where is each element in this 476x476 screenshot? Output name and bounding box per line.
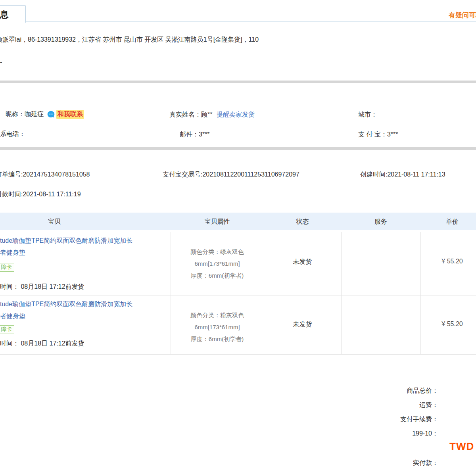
wangwang-icon[interactable] — [47, 110, 55, 119]
contact-me-badge[interactable]: 和我联系 — [56, 110, 84, 119]
table-grid-line — [341, 232, 342, 354]
section-divider — [0, 81, 476, 83]
pay-time: 付款时间:2021-08-11 17:11:19 — [0, 190, 81, 199]
col-header-attributes: 宝贝属性 — [171, 218, 264, 226]
buyer-nickname-row: 昵称：咖延症 和我联系 — [6, 109, 84, 119]
actual-paid-label: 实付款： — [413, 459, 438, 467]
guarantee-tag: 障卡 — [0, 325, 14, 334]
table-grid-line — [0, 296, 476, 296]
guarantee-tag: 障卡 — [0, 263, 14, 272]
shipping-fee-label: 运费： — [419, 401, 438, 409]
table-grid-line — [0, 354, 476, 355]
realname-row: 真实姓名：顾** 提醒卖家发货 — [169, 111, 255, 119]
nickname-label: 昵称： — [6, 110, 25, 119]
table-grid-line — [171, 232, 171, 354]
product-title-link[interactable]: tude瑜伽垫TPE简约双面双色耐磨防滑加宽加长 — [0, 237, 132, 245]
ship-deadline: 时间： 08月18日 17:12前发货 — [0, 340, 84, 348]
product-title-link[interactable]: 者健身垫 — [0, 312, 25, 321]
ship-deadline: 时间： 08月18日 17:12前发货 — [0, 283, 84, 291]
attr-thickness: 厚度：6mm(初学者) — [175, 270, 260, 282]
table-grid-line — [264, 232, 264, 354]
realname-label: 真实姓名： — [169, 111, 201, 118]
payment-fee-label: 支付手续费： — [400, 415, 438, 424]
attr-color: 颜色分类：粉灰双色 — [175, 309, 260, 321]
item-attributes: 颜色分类：绿灰双色 6mm[173*61mm] 厚度：6mm(初学者) — [175, 246, 260, 282]
create-time: 创建时间:2021-08-11 17:11:13 — [360, 171, 445, 179]
attr-size: 6mm[173*61mm] — [175, 258, 260, 270]
email-row: 邮件：3*** — [180, 131, 210, 139]
shipping-address: 领派翠lai，86-13391319932，江苏省 苏州市 昆山市 开发区 吴淞… — [0, 36, 259, 44]
tab-bar-underline — [0, 21, 476, 22]
alipay-trade-number: 支付宝交易号:2021081122001112531106972097 — [163, 171, 299, 179]
section-divider — [0, 147, 476, 150]
help-link[interactable]: 有疑问可联 — [449, 11, 476, 20]
col-header-price: 单价 — [420, 218, 476, 226]
item-attributes: 颜色分类：粉灰双色 6mm[173*61mm] 厚度：6mm(初学者) — [175, 309, 260, 345]
item-status: 未发货 — [264, 258, 341, 266]
product-title-link[interactable]: tude瑜伽垫TPE简约双面双色耐磨防滑加宽加长 — [0, 300, 132, 309]
meta-divider — [0, 183, 149, 183]
col-header-status: 状态 — [264, 218, 341, 226]
alipay-value: 3*** — [387, 131, 398, 138]
discount-label: 199-10： — [412, 430, 438, 438]
order-detail-page: 息 有疑问可联 领派翠lai，86-13391319932，江苏省 苏州市 昆山… — [0, 0, 476, 476]
alipay-label: 支 付 宝： — [358, 131, 387, 138]
currency-amount: TWD — [449, 440, 474, 453]
realname-value: 顾** — [201, 111, 212, 118]
product-title-link[interactable]: 者健身垫 — [0, 249, 25, 257]
col-header-item: 宝贝 — [0, 218, 109, 226]
attr-size: 6mm[173*61mm] — [175, 321, 260, 333]
attr-color: 颜色分类：绿灰双色 — [175, 246, 260, 258]
order-number: 订单编号:2021475134078151058 — [0, 171, 90, 179]
email-value: 3*** — [199, 131, 210, 138]
stray-dash: - — [0, 59, 2, 66]
tab-order-info-label[interactable]: 息 — [0, 9, 9, 21]
total-price-label: 商品总价： — [407, 387, 438, 395]
item-price: ¥ 55.20 — [420, 258, 476, 265]
phone-label: 系电话： — [0, 130, 25, 138]
city-label: 城市： — [358, 111, 377, 119]
col-header-service: 服务 — [341, 218, 420, 226]
remind-seller-link[interactable]: 提醒卖家发货 — [217, 111, 255, 118]
alipay-row: 支 付 宝：3*** — [358, 131, 398, 139]
item-status: 未发货 — [264, 321, 341, 329]
item-price: ¥ 55.20 — [420, 321, 476, 328]
email-label: 邮件： — [180, 131, 199, 138]
attr-thickness: 厚度：6mm(初学者) — [175, 333, 260, 345]
table-grid-line — [420, 232, 421, 354]
nickname-value: 咖延症 — [25, 110, 44, 119]
